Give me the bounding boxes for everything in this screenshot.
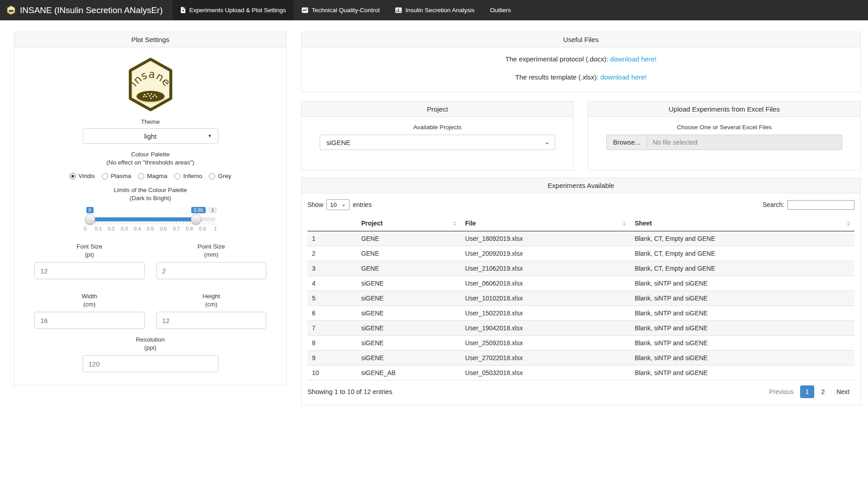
- theme-value: light: [144, 132, 157, 140]
- radio-button-icon: [102, 173, 108, 179]
- radio-button-icon: [138, 173, 144, 179]
- palette-radio-group: ViridisPlasmaMagmaInfernoGrey: [34, 173, 266, 179]
- upload-title: Upload Experiments from Excel Files: [588, 102, 860, 117]
- column-header-sheet[interactable]: Sheet: [630, 216, 854, 231]
- palette-note: (No effect on "thresholds areas"): [34, 159, 266, 166]
- file-input: Browse... No file selected: [606, 135, 842, 150]
- page-button-1[interactable]: 1: [800, 385, 815, 398]
- protocol-download-link[interactable]: download here!: [610, 55, 657, 63]
- radio-inferno[interactable]: Inferno: [174, 173, 202, 179]
- limits-note: (Dark to Bright): [34, 195, 266, 202]
- template-line: The results template (.xlsx): download h…: [311, 73, 851, 81]
- slider-fill: [85, 217, 196, 221]
- project-select[interactable]: siGENE ⌄: [320, 135, 555, 150]
- sort-icon: [847, 221, 850, 226]
- tab-insulin-secretion-analysis[interactable]: Insulin Secretion Analysis: [387, 0, 482, 20]
- table-row[interactable]: 6siGENEUser_15022018.xlsxBlank, siNTP an…: [307, 306, 854, 321]
- insane-logo: insane: [34, 56, 266, 114]
- radio-button-icon: [209, 173, 215, 179]
- template-download-link[interactable]: download here!: [600, 73, 647, 81]
- chevron-down-icon: ⌄: [544, 138, 550, 145]
- table-row[interactable]: 8siGENEUser_25092018.xlsxBlank, siNTP an…: [307, 336, 854, 351]
- table-row[interactable]: 4siGENEUser_06062018.xlsxBlank, siNTP an…: [307, 276, 854, 291]
- available-projects-label: Available Projects: [320, 124, 555, 131]
- navbar: INSANE (INsulin Secretion ANalysEr) Expe…: [0, 0, 868, 20]
- width-input[interactable]: [34, 312, 145, 329]
- table-row[interactable]: 3GENEUser_21062019.xlsxBlank, CT, Empty …: [307, 261, 854, 276]
- choose-files-label: Choose One or Several Excel Files: [606, 124, 842, 131]
- project-selected-value: siGENE: [326, 139, 350, 146]
- app-brand: INSANE (INsulin Secretion ANalysEr): [0, 0, 173, 20]
- radio-button-icon: [70, 173, 76, 179]
- project-title: Project: [302, 102, 573, 117]
- width-unit: (cm): [34, 301, 145, 308]
- column-header-row-number: [307, 216, 357, 231]
- experiments-table: ProjectFileSheet 1GENEUser_18092019.xlsx…: [307, 216, 854, 380]
- page-length-select[interactable]: 10 ⌄: [326, 199, 349, 210]
- slider-handle-from[interactable]: [85, 214, 95, 225]
- radio-viridis[interactable]: Viridis: [70, 173, 95, 179]
- theme-select[interactable]: light ▼: [83, 128, 218, 144]
- sort-icon: [623, 221, 626, 226]
- table-row[interactable]: 2GENEUser_20092019.xlsxBlank, CT, Empty …: [307, 246, 854, 261]
- experiments-panel: Experiments Available Show 10 ⌄ entries …: [301, 178, 861, 405]
- protocol-line: The experimental protocol (.docx): downl…: [311, 55, 851, 63]
- file-placeholder: No file selected: [647, 135, 842, 150]
- point-size-input[interactable]: [156, 262, 267, 279]
- plot-settings-title: Plot Settings: [14, 32, 286, 47]
- height-unit: (cm): [156, 301, 267, 308]
- column-header-file[interactable]: File: [461, 216, 630, 231]
- resolution-unit: (ppi): [34, 344, 266, 351]
- useful-files-panel: Useful Files The experimental protocol (…: [301, 32, 861, 92]
- tab-experiments-upload-plot-settings[interactable]: Experiments Upload & Plot Settings: [173, 0, 294, 20]
- upload-panel: Upload Experiments from Excel Files Choo…: [588, 101, 861, 170]
- plot-settings-panel: Plot Settings insane: [14, 32, 287, 385]
- tab-outliers[interactable]: Outliers: [482, 0, 519, 20]
- table-info: Showing 1 to 10 of 12 entries: [307, 388, 392, 395]
- point-size-unit: (mm): [156, 251, 267, 258]
- pagination: Previous 12 Next: [764, 385, 854, 398]
- tab-technical-quality-control[interactable]: Technical Quality-Control: [294, 0, 387, 20]
- page-button-2[interactable]: 2: [816, 385, 830, 398]
- slider-tick-labels: 00.10.20.30.40.50.60.70.80.91: [85, 226, 216, 232]
- page-length-control: Show 10 ⌄ entries: [307, 199, 372, 210]
- file-upload-icon: [180, 7, 186, 14]
- table-row[interactable]: 7siGENEUser_19042018.xlsxBlank, siNTP an…: [307, 321, 854, 336]
- nav-tabs: Experiments Upload & Plot SettingsTechni…: [173, 0, 519, 20]
- font-size-input[interactable]: [34, 262, 145, 279]
- slider-max-label: 1: [208, 207, 217, 213]
- table-search: Search:: [763, 200, 854, 210]
- resolution-input[interactable]: [83, 355, 218, 372]
- palette-label: Colour Palette: [34, 151, 266, 158]
- app-title: INSANE (INsulin Secretion ANalysEr): [20, 5, 163, 15]
- slider-from-value: 0: [86, 207, 94, 213]
- table-row[interactable]: 1GENEUser_18092019.xlsxBlank, CT, Empty …: [307, 231, 854, 246]
- resolution-label: Resolution: [34, 336, 266, 343]
- sort-icon: [453, 221, 457, 226]
- width-label: Width: [34, 293, 145, 300]
- project-panel: Project Available Projects siGENE ⌄: [301, 101, 574, 170]
- limits-label: Limits of the Colour Palette: [34, 187, 266, 193]
- line-chart-icon: [302, 7, 308, 13]
- radio-grey[interactable]: Grey: [209, 173, 231, 179]
- table-row[interactable]: 10siGENE_ABUser_05032018.xlsxBlank, siNT…: [307, 366, 854, 380]
- radio-plasma[interactable]: Plasma: [102, 173, 131, 179]
- column-header-project[interactable]: Project: [357, 216, 461, 231]
- next-page-button[interactable]: Next: [831, 386, 854, 398]
- height-input[interactable]: [156, 312, 267, 329]
- point-size-label: Point Size: [156, 243, 267, 250]
- search-label: Search:: [763, 201, 784, 208]
- search-input[interactable]: [788, 200, 854, 210]
- palette-limits-slider[interactable]: 0 0.85 1 00.10.20.30.40.50.60.70.80.91: [85, 207, 216, 237]
- table-row[interactable]: 9siGENEUser_27022018.xlsxBlank, siNTP an…: [307, 351, 854, 366]
- font-size-label: Font Size: [34, 243, 145, 250]
- theme-label: Theme: [34, 118, 266, 125]
- bar-chart-icon: [395, 7, 402, 13]
- radio-magma[interactable]: Magma: [138, 173, 167, 179]
- browse-button[interactable]: Browse...: [606, 135, 647, 150]
- chevron-down-icon: ▼: [208, 133, 212, 138]
- table-row[interactable]: 5siGENEUser_10102018.xlsxBlank, siNTP an…: [307, 291, 854, 306]
- height-label: Height: [156, 293, 267, 300]
- font-size-unit: (pt): [34, 251, 145, 258]
- previous-page-button[interactable]: Previous: [764, 386, 798, 398]
